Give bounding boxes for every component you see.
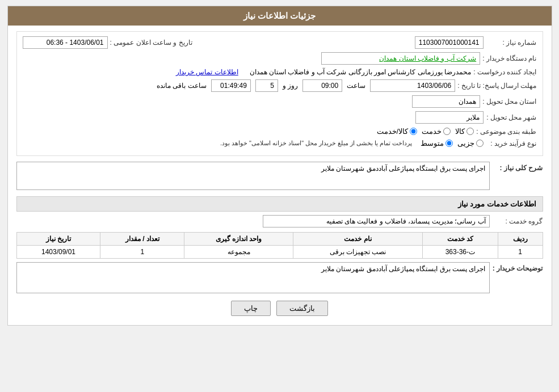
- purchase-option-partial[interactable]: جزیی: [457, 139, 484, 147]
- col-header-date: تاریخ نیاز: [16, 233, 100, 246]
- row-service-group: گروه خدمت : آب رسانی؛ مدیریت پسماند، فاض…: [16, 215, 543, 227]
- category-both-label: کالا/خدمت: [377, 127, 409, 136]
- row-buyer-notes: توضیحات خریدار :: [16, 262, 543, 295]
- deadline-remaining-label: ساعت باقی مانده: [157, 82, 207, 90]
- buyer-notes-label: توضیحات خریدار :: [492, 264, 543, 272]
- buyer-notes-textarea[interactable]: [16, 262, 490, 293]
- send-deadline-label: مهلت ارسال پاسخ: تا تاریخ :: [457, 82, 536, 90]
- purchase-medium-label: متوسط: [421, 139, 444, 147]
- deadline-day-label: روز و: [283, 82, 298, 90]
- announce-date-label: تاریخ و ساعت اعلان عمومی :: [110, 39, 192, 47]
- city-value: ملایر: [415, 111, 484, 124]
- category-radio-service[interactable]: [443, 128, 451, 135]
- creator-value: محمدرضا یورزمانی کارشناس امور بازرگانی ش…: [250, 68, 471, 76]
- deadline-hour-label: ساعت: [347, 82, 365, 90]
- table-cell-unit: مجموعه: [184, 246, 293, 259]
- table-cell-date: 1403/09/01: [16, 246, 100, 259]
- category-service-label: خدمت: [422, 127, 442, 136]
- buyer-notes-container: [16, 262, 490, 295]
- table-cell-row: 1: [498, 246, 543, 259]
- deadline-hour-value: 09:00: [302, 79, 342, 92]
- row-purchase-type: نوع فرآیند خرید : جزیی متوسط پرداخت تمام…: [23, 139, 537, 147]
- table-cell-name: نصب تجهیزات برقی: [293, 246, 423, 259]
- row-creator: ایجاد کننده درخواست : محمدرضا یورزمانی ک…: [23, 68, 537, 76]
- deadline-remaining-value: 01:49:49: [211, 79, 251, 92]
- need-number-label: شماره نیاز :: [486, 39, 537, 47]
- category-option-service[interactable]: خدمت: [422, 127, 451, 136]
- col-header-unit: واحد اندازه گیری: [184, 233, 293, 246]
- category-radio-goods[interactable]: [466, 128, 474, 135]
- purchase-radio-medium[interactable]: [445, 140, 453, 147]
- print-button[interactable]: چاپ: [231, 301, 271, 316]
- category-label: طبقه بندی موضوعی :: [476, 128, 536, 136]
- row-buyer-org: نام دستگاه خریدار : شرکت آب و فاضلاب است…: [23, 52, 537, 65]
- need-number-value: 1103007001000141: [415, 36, 484, 49]
- city-label: شهر محل تحویل :: [486, 113, 537, 121]
- general-desc-container: [16, 162, 490, 192]
- service-group-value: آب رسانی؛ مدیریت پسماند، فاضلاب و فعالیت…: [263, 215, 490, 227]
- buyer-org-label: نام دستگاه خریدار :: [482, 54, 536, 62]
- purchase-radio-group: جزیی متوسط: [421, 139, 484, 147]
- purchase-partial-label: جزیی: [457, 139, 474, 147]
- main-container: جزئیات اطلاعات نیاز شماره نیاز : 1103007…: [7, 6, 552, 326]
- category-radio-both[interactable]: [410, 128, 417, 135]
- row-category: طبقه بندی موضوعی : کالا خدمت کالا/خدمت: [23, 127, 537, 136]
- row-need-number: شماره نیاز : 1103007001000141 تاریخ و سا…: [23, 36, 537, 49]
- creator-contact-link[interactable]: اطلاعات تماس خریدار: [176, 68, 238, 76]
- announce-date-value: 1403/06/01 - 06:36: [23, 36, 108, 49]
- table-cell-quantity: 1: [100, 246, 184, 259]
- service-group-label: گروه خدمت :: [492, 217, 543, 225]
- service-info-title: اطلاعات خدمات مورد نیاز: [16, 196, 543, 212]
- row-deadline: مهلت ارسال پاسخ: تا تاریخ : 1403/06/06 س…: [23, 79, 537, 92]
- category-goods-label: کالا: [455, 127, 465, 136]
- general-desc-textarea[interactable]: [16, 162, 490, 190]
- row-province: استان محل تحویل : همدان: [23, 95, 537, 108]
- back-button[interactable]: بازگشت: [276, 301, 328, 316]
- buyer-org-link[interactable]: شرکت آب و فاضلاب استان همدان: [379, 54, 476, 62]
- page-title: جزئیات اطلاعات نیاز: [243, 11, 316, 20]
- col-header-row: ردیف: [498, 233, 543, 246]
- content-area: شماره نیاز : 1103007001000141 تاریخ و سا…: [8, 26, 552, 325]
- row-city: شهر محل تحویل : ملایر: [23, 111, 537, 124]
- general-desc-watermark: [16, 162, 490, 192]
- button-row: بازگشت چاپ: [16, 301, 543, 316]
- buyer-org-value: شرکت آب و فاضلاب استان همدان: [321, 52, 480, 65]
- category-radio-group: کالا خدمت کالا/خدمت: [377, 127, 474, 136]
- purchase-option-medium[interactable]: متوسط: [421, 139, 453, 147]
- col-header-code: کد خدمت: [423, 233, 498, 246]
- province-value: همدان: [412, 95, 480, 108]
- table-row: 1ت-36-363نصب تجهیزات برقیمجموعه11403/09/…: [16, 246, 543, 259]
- creator-label: ایجاد کننده درخواست :: [473, 68, 536, 76]
- general-desc-label: شرح کلی نیاز :: [492, 164, 543, 172]
- category-option-goods[interactable]: کالا: [455, 127, 474, 136]
- table-cell-code: ت-36-363: [423, 246, 498, 259]
- deadline-day-value: 5: [255, 79, 278, 92]
- page-header: جزئیات اطلاعات نیاز: [8, 6, 552, 26]
- purchase-radio-partial[interactable]: [476, 140, 484, 147]
- purchase-type-label: نوع فرآیند خرید :: [486, 140, 537, 147]
- col-header-name: نام خدمت: [293, 233, 423, 246]
- basic-info-section: شماره نیاز : 1103007001000141 تاریخ و سا…: [16, 31, 543, 156]
- category-option-both[interactable]: کالا/خدمت: [377, 127, 418, 136]
- col-header-qty: تعداد / مقدار: [100, 233, 184, 246]
- deadline-date: 1403/06/06: [370, 79, 455, 92]
- province-label: استان محل تحویل :: [482, 98, 536, 106]
- purchase-note: پرداخت تمام یا بخشی از مبلغ خریدار محل "…: [220, 140, 413, 147]
- row-general-desc: شرح کلی نیاز :: [16, 162, 543, 192]
- services-table: ردیف کد خدمت نام خدمت واحد اندازه گیری ت…: [16, 232, 543, 259]
